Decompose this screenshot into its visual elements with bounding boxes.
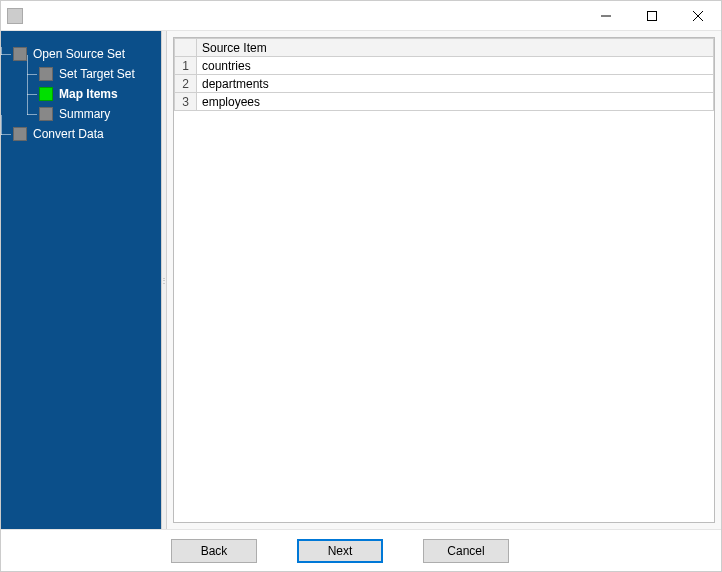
source-item-grid[interactable]: Source Item 1countries2departments3emplo… — [173, 37, 715, 523]
row-number: 1 — [175, 57, 197, 75]
titlebar-left — [1, 8, 29, 24]
table-row[interactable]: 2departments — [175, 75, 714, 93]
wizard-sidebar: Open Source SetSet Target SetMap ItemsSu… — [1, 31, 161, 529]
content-area: Source Item 1countries2departments3emplo… — [167, 31, 721, 529]
wizard-step-map-items[interactable]: Map Items — [39, 87, 161, 101]
wizard-step-convert-data[interactable]: Convert Data — [13, 127, 161, 141]
source-item-cell[interactable]: countries — [197, 57, 714, 75]
step-label: Map Items — [59, 87, 118, 101]
step-status-icon — [13, 47, 27, 61]
wizard-step-set-target-set[interactable]: Set Target Set — [39, 67, 161, 81]
row-number: 3 — [175, 93, 197, 111]
wizard-tree: Open Source SetSet Target SetMap ItemsSu… — [1, 47, 161, 141]
step-label: Set Target Set — [59, 67, 135, 81]
close-icon — [693, 11, 703, 21]
row-number: 2 — [175, 75, 197, 93]
source-item-cell[interactable]: employees — [197, 93, 714, 111]
step-label: Summary — [59, 107, 110, 121]
minimize-icon — [601, 11, 611, 21]
back-button[interactable]: Back — [171, 539, 257, 563]
close-button[interactable] — [675, 1, 721, 30]
minimize-button[interactable] — [583, 1, 629, 30]
window-controls — [583, 1, 721, 30]
table-row[interactable]: 3employees — [175, 93, 714, 111]
grid-header-source-item[interactable]: Source Item — [197, 39, 714, 57]
step-status-icon — [39, 107, 53, 121]
main-area: Open Source SetSet Target SetMap ItemsSu… — [1, 31, 721, 529]
wizard-step-open-source-set[interactable]: Open Source Set — [13, 47, 161, 61]
step-label: Open Source Set — [33, 47, 125, 61]
step-status-icon — [13, 127, 27, 141]
step-status-icon — [39, 87, 53, 101]
app-icon — [7, 8, 23, 24]
maximize-icon — [647, 11, 657, 21]
wizard-buttons: Back Next Cancel — [1, 529, 721, 571]
step-status-icon — [39, 67, 53, 81]
next-button[interactable]: Next — [297, 539, 383, 563]
grid-corner — [175, 39, 197, 57]
wizard-step-summary[interactable]: Summary — [39, 107, 161, 121]
step-label: Convert Data — [33, 127, 104, 141]
titlebar — [1, 1, 721, 31]
cancel-button[interactable]: Cancel — [423, 539, 509, 563]
source-item-cell[interactable]: departments — [197, 75, 714, 93]
svg-rect-1 — [648, 11, 657, 20]
table-row[interactable]: 1countries — [175, 57, 714, 75]
maximize-button[interactable] — [629, 1, 675, 30]
